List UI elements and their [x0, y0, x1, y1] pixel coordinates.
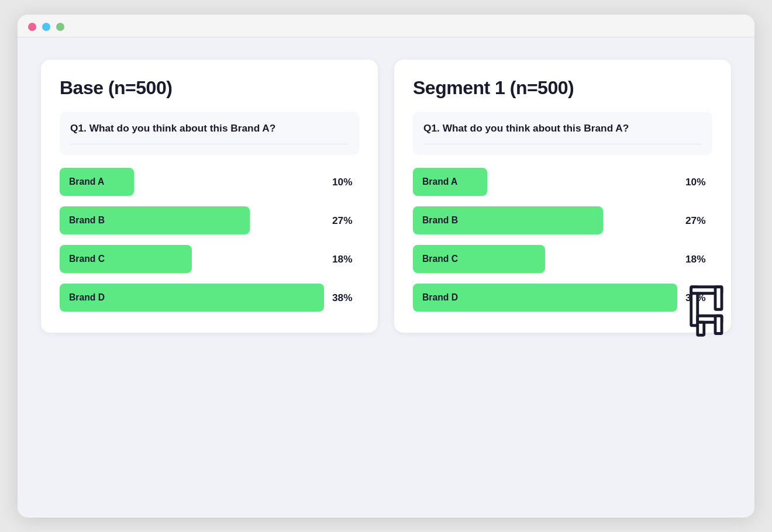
- bar-row-base-0: Brand A10%: [60, 168, 359, 196]
- bar-wrap-segment1-3: Brand D: [413, 284, 677, 312]
- bar-pct-segment1-1: 27%: [685, 215, 712, 227]
- bar-row-base-1: Brand B27%: [60, 206, 359, 234]
- bar-segment1-2: Brand C: [413, 245, 545, 273]
- bar-label-segment1-3: Brand D: [422, 292, 458, 303]
- bar-base-2: Brand C: [60, 245, 192, 273]
- bar-segment1-3: Brand D: [413, 284, 677, 312]
- bar-list-segment1: Brand A10%Brand B27%Brand C18%Brand D38%: [413, 168, 712, 312]
- browser-window: Base (n=500)Q1. What do you think about …: [18, 15, 754, 517]
- traffic-light-blue[interactable]: [42, 23, 50, 31]
- bar-label-segment1-1: Brand B: [422, 215, 458, 226]
- bar-label-base-0: Brand A: [69, 177, 104, 187]
- bar-row-base-3: Brand D38%: [60, 284, 359, 312]
- divider-base: [70, 144, 349, 144]
- divider-segment1: [423, 144, 702, 144]
- bar-label-base-1: Brand B: [69, 215, 105, 226]
- bar-segment1-0: Brand A: [413, 168, 487, 196]
- bar-label-segment1-0: Brand A: [422, 177, 457, 187]
- bar-wrap-base-1: Brand B: [60, 206, 324, 234]
- titlebar: [18, 15, 754, 37]
- bar-pct-base-3: 38%: [332, 292, 359, 304]
- bar-wrap-base-3: Brand D: [60, 284, 324, 312]
- panel-segment1: Segment 1 (n=500)Q1. What do you think a…: [394, 60, 731, 333]
- bar-pct-base-0: 10%: [332, 176, 359, 188]
- bar-label-segment1-2: Brand C: [422, 254, 458, 264]
- svg-rect-5: [698, 322, 704, 335]
- bar-pct-segment1-0: 10%: [685, 176, 712, 188]
- bar-label-base-2: Brand C: [69, 254, 105, 264]
- bar-base-1: Brand B: [60, 206, 250, 234]
- bar-pct-base-2: 18%: [332, 253, 359, 265]
- panel-base: Base (n=500)Q1. What do you think about …: [41, 60, 378, 333]
- bar-wrap-segment1-2: Brand C: [413, 245, 677, 273]
- bar-base-0: Brand A: [60, 168, 134, 196]
- bar-pct-segment1-2: 18%: [685, 253, 712, 265]
- question-box-segment1: Q1. What do you think about this Brand A…: [413, 112, 712, 155]
- svg-rect-3: [698, 316, 722, 322]
- traffic-light-red[interactable]: [28, 23, 36, 31]
- bar-base-3: Brand D: [60, 284, 324, 312]
- bar-list-base: Brand A10%Brand B27%Brand C18%Brand D38%: [60, 168, 359, 312]
- bar-label-base-3: Brand D: [69, 292, 105, 303]
- question-text-base: Q1. What do you think about this Brand A…: [70, 121, 349, 136]
- bar-pct-base-1: 27%: [332, 215, 359, 227]
- bar-row-base-2: Brand C18%: [60, 245, 359, 273]
- panel-title-segment1: Segment 1 (n=500): [413, 77, 712, 99]
- bar-wrap-segment1-1: Brand B: [413, 206, 677, 234]
- traffic-light-green[interactable]: [56, 23, 64, 31]
- svg-rect-2: [715, 287, 722, 310]
- bar-pct-segment1-3: 38%: [685, 292, 712, 304]
- bar-row-segment1-3: Brand D38%: [413, 284, 712, 312]
- bar-wrap-segment1-0: Brand A: [413, 168, 677, 196]
- question-box-base: Q1. What do you think about this Brand A…: [60, 112, 359, 155]
- bar-row-segment1-2: Brand C18%: [413, 245, 712, 273]
- panel-title-base: Base (n=500): [60, 77, 359, 99]
- svg-rect-4: [715, 316, 722, 333]
- bar-row-segment1-0: Brand A10%: [413, 168, 712, 196]
- question-text-segment1: Q1. What do you think about this Brand A…: [423, 121, 702, 136]
- bar-row-segment1-1: Brand B27%: [413, 206, 712, 234]
- browser-content: Base (n=500)Q1. What do you think about …: [18, 37, 754, 517]
- bar-wrap-base-2: Brand C: [60, 245, 324, 273]
- bar-wrap-base-0: Brand A: [60, 168, 324, 196]
- bar-segment1-1: Brand B: [413, 206, 603, 234]
